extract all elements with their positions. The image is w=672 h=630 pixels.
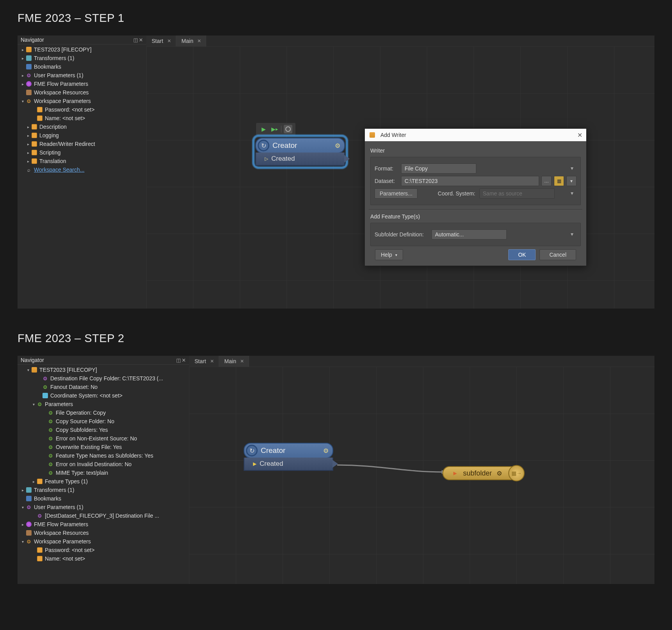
close-icon[interactable]: ✕: [182, 357, 186, 363]
run-from-icon[interactable]: ▶▶: [270, 125, 279, 133]
close-icon[interactable]: ✕: [577, 131, 582, 139]
writer-icon: [370, 132, 375, 138]
navigator-tree[interactable]: ▸TEST2023 [FILECOPY] ▸Transformers (1) B…: [18, 44, 146, 309]
dataset-input[interactable]: [401, 176, 539, 186]
undock-icon[interactable]: ◫: [133, 37, 138, 43]
help-button[interactable]: Help▾: [375, 249, 403, 260]
writer-output-icon[interactable]: ▦→: [508, 465, 525, 481]
node-title: Creator: [272, 141, 332, 150]
tree-fanout[interactable]: ⚙Fanout Dataset: No: [18, 383, 189, 391]
tree-rw-redirect[interactable]: ▸Reader/Writer Redirect: [18, 140, 146, 148]
input-port-icon[interactable]: ↻: [246, 445, 258, 456]
bookmarks-icon: [26, 496, 32, 501]
parameters-button[interactable]: Parameters...: [375, 188, 417, 199]
gear-icon[interactable]: ⚙: [323, 447, 329, 454]
navigator-header: Navigator ◫ ✕: [18, 356, 189, 365]
close-icon[interactable]: ✕: [240, 358, 244, 364]
input-port-icon[interactable]: ▶: [453, 470, 457, 476]
bookmarks-icon: [26, 64, 32, 69]
tree-translation[interactable]: ▸Translation: [18, 157, 146, 165]
navigator-title: Navigator: [21, 37, 44, 43]
tree-workspace-search[interactable]: ⌕Workspace Search...: [18, 165, 146, 174]
param-icon: [37, 556, 42, 561]
ok-button[interactable]: OK: [508, 249, 536, 260]
tree-ftnas[interactable]: ⚙Feature Type Names as Subfolders: Yes: [18, 451, 189, 460]
navigator-panel: Navigator ◫ ✕ ▾TEST2023 [FILECOPY] ⚙Dest…: [18, 356, 189, 584]
tree-ws-resources[interactable]: Workspace Resources: [18, 88, 146, 97]
tree-logging[interactable]: ▸Logging: [18, 131, 146, 140]
tree-flow-params[interactable]: ▸FME Flow Parameters: [18, 520, 189, 529]
tree-description[interactable]: ▸Description: [18, 122, 146, 131]
tree-transformers[interactable]: ▸Transformers (1): [18, 486, 189, 494]
tree-coord[interactable]: Coordinate System: <not set>: [18, 391, 189, 400]
tree-user-params[interactable]: ▾⚙User Parameters (1): [18, 503, 189, 511]
close-icon[interactable]: ✕: [167, 38, 171, 44]
tree-feature-types[interactable]: ▸Feature Types (1): [18, 477, 189, 486]
tree-name[interactable]: Name: <not set>: [18, 114, 146, 122]
close-icon[interactable]: ✕: [197, 38, 201, 44]
gear-icon[interactable]: ⚙: [335, 142, 340, 149]
tree-bookmarks[interactable]: Bookmarks: [18, 494, 189, 503]
output-port-label[interactable]: Created: [271, 155, 295, 163]
tree-ws-params[interactable]: ▾⚙Workspace Parameters: [18, 97, 146, 105]
tab-start[interactable]: Start✕: [146, 35, 176, 46]
feature-type-icon: [37, 479, 42, 484]
canvas[interactable]: ↻ Creator ⚙ ▶ Created ▶: [189, 367, 654, 584]
tree-ws-params[interactable]: ▾⚙Workspace Parameters: [18, 537, 189, 546]
play-icon: ▷: [265, 156, 268, 161]
tree-copy-sub[interactable]: ⚙Copy Subfolders: Yes: [18, 426, 189, 434]
creator-transformer[interactable]: ↻ Creator ⚙ ▶ Created: [244, 443, 333, 471]
gear-icon[interactable]: ⚙: [497, 470, 502, 477]
tree-flow-params[interactable]: ▸FME Flow Parameters: [18, 80, 146, 88]
tree-workspace-root[interactable]: ▾TEST2023 [FILECOPY]: [18, 366, 189, 374]
run-icon[interactable]: ▶: [259, 125, 268, 133]
cancel-button[interactable]: Cancel: [539, 249, 576, 260]
tree-name[interactable]: Name: <not set>: [18, 554, 189, 563]
coord-icon: [42, 393, 48, 398]
tree-copy-src[interactable]: ⚙Copy Source Folder: No: [18, 417, 189, 426]
tree-bookmarks[interactable]: Bookmarks: [18, 62, 146, 71]
tree-password[interactable]: Password: <not set>: [18, 546, 189, 554]
tree-ws-resources[interactable]: Workspace Resources: [18, 529, 189, 537]
tree-dest-user-param[interactable]: ⚙[DestDataset_FILECOPY_3] Destination Fi…: [18, 511, 189, 520]
dataset-options-button[interactable]: ▦: [554, 176, 564, 186]
input-port-icon[interactable]: ↻: [258, 140, 269, 151]
subfolder-writer[interactable]: ▶ subfolder ⚙ ▦→: [442, 465, 525, 481]
tree-scripting[interactable]: ▸Scripting: [18, 148, 146, 157]
tree-err-inv[interactable]: ⚙Error on Invalid Destination: No: [18, 460, 189, 469]
format-select[interactable]: [401, 163, 476, 174]
tree-transformers[interactable]: ▸Transformers (1): [18, 54, 146, 62]
output-port-icon[interactable]: [332, 460, 338, 468]
tab-main[interactable]: Main✕: [219, 356, 249, 367]
tree-workspace-root[interactable]: ▸TEST2023 [FILECOPY]: [18, 45, 146, 54]
subfolder-def-select[interactable]: [431, 229, 507, 240]
tree-password[interactable]: Password: <not set>: [18, 105, 146, 114]
creator-transformer[interactable]: ↻ Creator ⚙ ▷ Created: [255, 138, 345, 166]
canvas[interactable]: ▶ ▶▶ ↻ Creator ⚙ ▷ Created: [146, 46, 654, 309]
close-icon[interactable]: ✕: [210, 358, 214, 364]
inspect-icon[interactable]: [284, 125, 292, 133]
writer-name: subfolder: [463, 469, 492, 477]
connection-line[interactable]: [333, 460, 450, 480]
navigator-tree[interactable]: ▾TEST2023 [FILECOPY] ⚙Destination File C…: [18, 365, 189, 584]
tree-err-nes[interactable]: ⚙Error on Non-Existent Source: No: [18, 434, 189, 443]
coord-system-select[interactable]: [479, 188, 555, 199]
transformers-icon: [26, 487, 32, 493]
output-port-label[interactable]: Created: [260, 460, 283, 468]
output-port-icon[interactable]: [344, 155, 350, 163]
browse-button[interactable]: …: [541, 176, 552, 186]
tree-parameters[interactable]: ▾⚙Parameters: [18, 400, 189, 408]
tree-mime[interactable]: ⚙MIME Type: text/plain: [18, 469, 189, 477]
tab-main[interactable]: Main✕: [176, 35, 206, 46]
tab-start[interactable]: Start✕: [189, 356, 219, 367]
close-icon[interactable]: ✕: [139, 37, 143, 43]
gear-icon: ⚙: [36, 401, 43, 407]
dropdown-button[interactable]: ▾: [566, 176, 577, 186]
tree-user-params[interactable]: ▸⚙User Parameters (1): [18, 71, 146, 80]
tree-dest-folder[interactable]: ⚙Destination File Copy Folder: C:\TEST20…: [18, 374, 189, 383]
gear-icon: ⚙: [47, 444, 54, 450]
tree-file-op[interactable]: ⚙File Operation: Copy: [18, 408, 189, 417]
dialog-titlebar[interactable]: Add Writer ✕: [365, 129, 586, 141]
tree-overwrite[interactable]: ⚙Overwrite Existing File: Yes: [18, 443, 189, 451]
undock-icon[interactable]: ◫: [176, 357, 181, 363]
